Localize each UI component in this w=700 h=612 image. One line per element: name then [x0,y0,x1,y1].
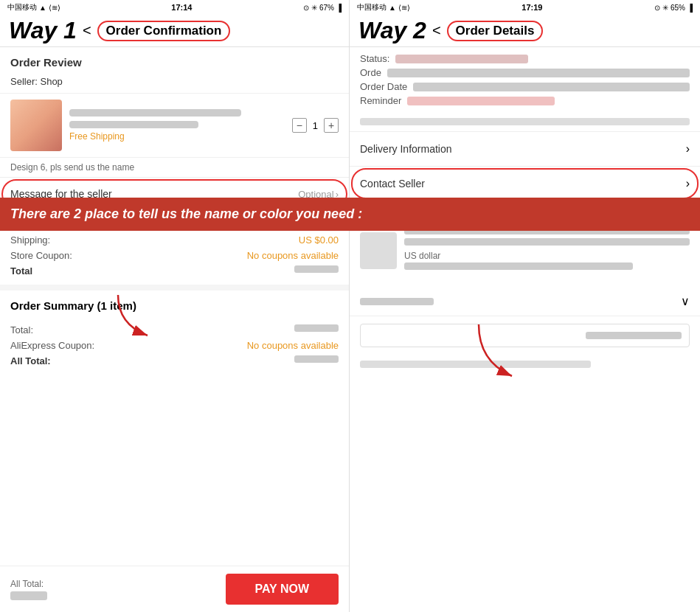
total-value-blurred [294,265,339,273]
product-image [10,100,62,151]
order-status-section: Status: Orde Order Date Reminder [350,47,700,132]
carrier-left: 中国移动 [7,2,37,13]
status-label: Status: [360,53,389,64]
store-coupon-row: Store Coupon: No coupons available [10,248,339,263]
status-bar-right-left: 中国移动 ▲ ⟨≋⟩ [357,2,410,13]
time-right: 17:19 [521,3,542,12]
contact-seller-label: Contact Seller [360,178,425,189]
product-info: Free Shipping [69,109,285,142]
right-content: Status: Orde Order Date Reminder [350,47,700,612]
nav-title-right: Order Details [447,21,544,41]
left-content: Order Review Seller: Shop Free Shipping [0,47,349,612]
no-coupons2: No coupons available [247,340,339,351]
pay-now-bar: All Total: PAY NOW [0,566,349,612]
location-icon-right: ⊙ [654,4,660,12]
banner-text: There are 2 place to tell us the name or… [10,206,362,221]
status-row: Status: [360,53,690,64]
contact-chevron-icon: › [686,177,690,190]
bottom-blurred-section [350,355,700,374]
status-bar-left: 中国移动 ▲ ⟨≋⟩ 17:14 ⊙ ✳ 67% ▐ [0,0,349,15]
reminder-value-blurred [407,97,555,105]
all-total-value-blurred [294,355,339,363]
battery-right: 65% [670,4,685,12]
bottom-blurred-line [360,361,591,368]
order-date-row: Order Date [360,81,690,92]
all-total-row: All Total: [10,353,339,369]
us-dollar-label: US dollar [404,249,690,262]
seller-name: Shop [40,76,62,87]
back-button-right[interactable]: < [432,22,441,39]
total-label: Total [10,265,32,277]
dropdown-chevron-icon: ∨ [681,294,690,308]
store-coupon-label: Store Coupon: [10,250,72,261]
total2-row: Total: [10,322,339,338]
dropdown-row[interactable]: ∨ [350,287,700,316]
status-bar-right: 中国移动 ▲ ⟨≋⟩ 17:19 ⊙ ✳ 65% ▐ [350,0,700,15]
product-variant-blurred [69,121,198,128]
design-note: Design 6, pls send us the name [0,158,349,177]
phone-right: 中国移动 ▲ ⟨≋⟩ 17:19 ⊙ ✳ 65% ▐ Way 2 < Order… [350,0,700,612]
delivery-row[interactable]: Delivery Information › [350,132,700,167]
delivery-label: Delivery Information [360,143,452,155]
status-bar-left-info: 中国移动 ▲ ⟨≋⟩ [7,2,60,13]
pay-now-button[interactable]: PAY NOW [226,574,339,605]
product-row: Free Shipping − 1 + [0,93,349,158]
divider [0,285,349,291]
qty-plus-btn[interactable]: + [324,118,339,133]
back-button-left[interactable]: < [83,22,91,39]
qty-minus-btn[interactable]: − [292,118,307,133]
right-product-text: US dollar [404,227,690,274]
order-summary-totals: Total: AliExpress Coupon: No coupons ava… [0,316,349,375]
time-left: 17:14 [171,3,192,12]
signal-icon-right: ▲ [389,4,396,12]
main-container: 中国移动 ▲ ⟨≋⟩ 17:14 ⊙ ✳ 67% ▐ Way 1 < Order… [0,0,700,612]
way1-label: Way 1 [9,17,77,44]
status-value-blurred [395,55,528,63]
shipping-value: US $0.00 [299,234,339,246]
product-img-placeholder [10,100,62,151]
all-total2-label: All Total: [10,579,47,589]
reminder-row: Reminder [360,95,690,106]
pay-total-value-blurred [10,591,47,600]
all-total-label: All Total: [10,355,51,366]
bluetooth-icon-right: ✳ [662,4,668,12]
free-shipping-label: Free Shipping [69,131,285,142]
input-blurred-content [586,332,682,339]
dropdown-value-blurred [360,298,434,305]
shipping-row: Shipping: US $0.00 [10,232,339,248]
spacer [360,109,690,114]
qty-value: 1 [313,120,318,131]
way2-label: Way 2 [358,17,426,44]
total2-label: Total: [10,324,33,335]
contact-seller-row[interactable]: Contact Seller › [350,167,700,201]
total2-value-blurred [294,324,339,332]
pay-total-section: All Total: [10,579,47,600]
reminder-label: Reminder [360,95,401,106]
battery-icon: ▐ [336,4,342,12]
order-number-blurred [387,69,690,77]
battery-left: 67% [319,4,334,12]
phone-left: 中国移动 ▲ ⟨≋⟩ 17:14 ⊙ ✳ 67% ▐ Way 1 < Order… [0,0,350,612]
status-right-icons: ⊙ ✳ 67% ▐ [303,4,342,12]
right-product-image-blurred [360,232,397,269]
right-blurred-line2 [404,238,690,246]
input-blurred-row[interactable] [360,324,690,347]
aliexpress-coupon-row: AliExpress Coupon: No coupons available [10,338,339,353]
order-number-row: Orde [360,67,690,78]
reminder-extra-blurred [360,118,690,125]
right-product-detail-row: US dollar [360,227,690,274]
location-icon: ⊙ [303,4,309,12]
no-coupons-value: No coupons available [247,250,339,261]
aliexpress-coupon-label: AliExpress Coupon: [10,340,94,351]
overlay-banner: There are 2 place to tell us the name or… [0,198,700,231]
nav-bar-right: Way 2 < Order Details [350,15,700,47]
carrier-right: 中国移动 [357,2,387,13]
nav-title-left: Order Confirmation [97,21,231,41]
wifi-icon: ⟨≋⟩ [49,4,60,12]
bluetooth-icon: ✳ [311,4,317,12]
battery-icon-right: ▐ [687,4,693,12]
right-blurred-line3 [404,262,633,270]
nav-bar-left: Way 1 < Order Confirmation [0,15,349,47]
qty-control[interactable]: − 1 + [292,118,339,133]
product-title-blurred [69,109,241,117]
